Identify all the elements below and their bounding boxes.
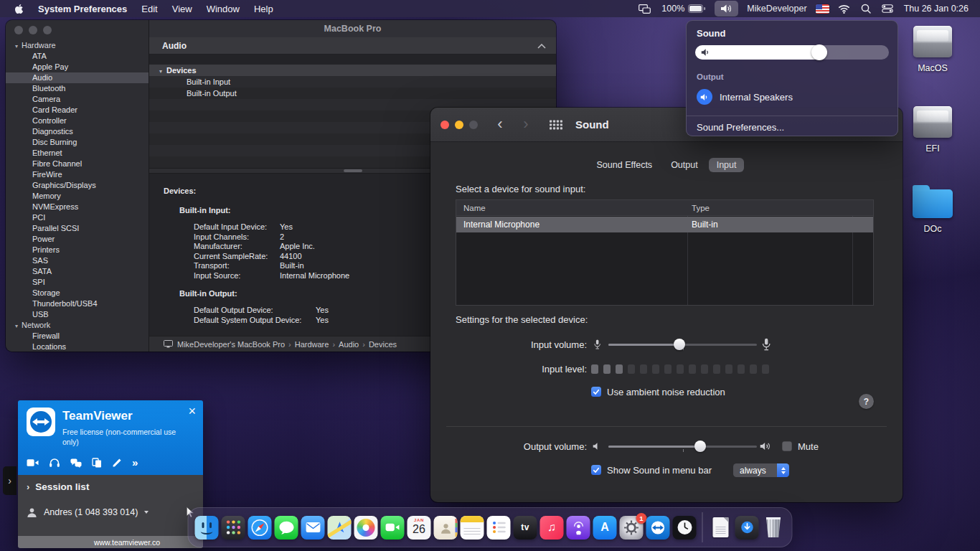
sidebar-item-sas[interactable]: SAS <box>6 255 149 266</box>
show-all-grid-icon[interactable] <box>550 120 562 130</box>
close-button[interactable] <box>440 121 449 129</box>
sidebar-item-bluetooth[interactable]: Bluetooth <box>6 83 149 94</box>
device-row-built-in-output[interactable]: Built-in Output <box>149 88 556 99</box>
sidebar-item-usb[interactable]: USB <box>6 309 149 320</box>
sidebar-item-disc-burning[interactable]: Disc Burning <box>6 137 149 148</box>
sidebar-item-camera[interactable]: Camera <box>6 94 149 105</box>
dock-icon-facetime[interactable] <box>381 516 405 540</box>
sidebar-item-fibre-channel[interactable]: Fibre Channel <box>6 159 149 169</box>
screen-mirroring-icon[interactable] <box>636 1 653 17</box>
desktop-icon-doc[interactable]: DOc <box>909 184 956 234</box>
spotlight-icon[interactable] <box>859 1 873 17</box>
wifi-icon[interactable] <box>836 1 852 17</box>
breadcrumb-item[interactable]: Hardware <box>295 340 339 349</box>
forward-button[interactable]: › <box>517 114 535 136</box>
collapse-chevron-icon[interactable] <box>537 44 546 49</box>
sidebar-item-firewall[interactable]: Firewall <box>6 331 149 342</box>
sidebar-item-thunderbolt-usb4[interactable]: Thunderbolt/USB4 <box>6 298 149 309</box>
dock-icon-finder[interactable] <box>195 516 219 540</box>
tab-input[interactable]: Input <box>709 158 745 172</box>
close-button[interactable] <box>14 26 23 34</box>
user-menu[interactable]: MikeDeveloper <box>745 1 809 17</box>
popover-volume-slider[interactable] <box>695 45 889 60</box>
sidebar-item-pci[interactable]: PCI <box>6 212 149 223</box>
menu-edit[interactable]: Edit <box>134 0 164 17</box>
minimize-button[interactable] <box>455 121 463 129</box>
dock-icon-contacts[interactable] <box>434 516 458 540</box>
more-tools-icon[interactable]: » <box>132 458 138 468</box>
dock-icon-app-store[interactable]: A <box>593 516 617 540</box>
menu-window[interactable]: Window <box>199 0 247 17</box>
dock-icon-messages[interactable] <box>275 516 298 540</box>
sidebar-item-memory[interactable]: Memory <box>6 191 149 202</box>
slider-knob[interactable] <box>694 441 706 452</box>
back-button[interactable]: ‹ <box>491 114 509 136</box>
slider-knob[interactable] <box>674 339 685 350</box>
output-volume-slider[interactable] <box>608 441 757 452</box>
close-icon[interactable]: × <box>188 405 196 418</box>
volume-knob[interactable] <box>811 44 827 60</box>
dock-icon-mail[interactable] <box>301 516 325 540</box>
sidebar-item-parallel-scsi[interactable]: Parallel SCSI <box>6 223 149 234</box>
sidebar-item-spi[interactable]: SPI <box>6 277 149 288</box>
dock-icon-maps[interactable] <box>328 516 352 540</box>
dock-icon-music[interactable]: ♫ <box>540 516 564 540</box>
device-row-built-in-input[interactable]: Built-in Input <box>149 76 556 88</box>
sidebar-item-audio[interactable]: Audio <box>6 72 149 83</box>
dock-icon-tv[interactable]: tv <box>514 516 537 540</box>
menu-bar-clock[interactable]: Thu 26 Jan 0:26 <box>902 1 971 17</box>
sidebar-item-sata[interactable]: SATA <box>6 266 149 277</box>
dock-icon-safari[interactable] <box>248 516 272 540</box>
dock-icon-system-preferences[interactable]: 1 <box>620 516 644 540</box>
sound-menu-icon[interactable] <box>715 1 738 17</box>
sidebar-item-diagnostics[interactable]: Diagnostics <box>6 126 149 137</box>
ambient-noise-checkbox[interactable] <box>591 387 601 397</box>
sidebar-group-network[interactable]: ▾Network <box>6 320 149 331</box>
desktop-icon-macos[interactable]: MacOS <box>909 26 956 73</box>
dock-icon-podcasts[interactable] <box>567 516 590 540</box>
zoom-button[interactable] <box>469 121 478 129</box>
battery-status[interactable]: 100% <box>659 1 708 17</box>
dock-icon-reminders[interactable] <box>487 516 511 540</box>
clipboard-icon[interactable] <box>92 458 102 468</box>
sidebar-item-storage[interactable]: Storage <box>6 288 149 298</box>
annotation-pen-icon[interactable] <box>112 458 122 468</box>
devices-group-row[interactable]: ▾Devices <box>149 65 556 76</box>
sidebar-item-nvmexpress[interactable]: NVMExpress <box>6 202 149 212</box>
chat-icon[interactable] <box>70 458 82 468</box>
sidebar-item-graphics-displays[interactable]: Graphics/Displays <box>6 180 149 191</box>
sidebar-item-ethernet[interactable]: Ethernet <box>6 148 149 159</box>
dock-icon-notes[interactable] <box>461 516 484 540</box>
dock-icon-teamviewer[interactable] <box>646 516 670 540</box>
help-button[interactable]: ? <box>859 394 874 409</box>
sidebar-item-power[interactable]: Power <box>6 234 149 245</box>
session-user-row[interactable]: Andres (1 048 393 014) <box>27 507 194 518</box>
output-device-internal-speakers[interactable]: Internal Speakers <box>697 87 793 107</box>
sidebar-item-firewire[interactable]: FireWire <box>6 169 149 180</box>
input-volume-slider[interactable] <box>608 339 757 350</box>
sidebar-item-locations[interactable]: Locations <box>6 342 149 352</box>
desktop-icon-efi[interactable]: EFI <box>909 106 956 154</box>
teamviewer-collapse-tab[interactable]: › <box>3 466 17 495</box>
table-row-internal-microphone[interactable]: Internal Microphone Built-in <box>456 217 873 232</box>
sidebar-item-apple-pay[interactable]: Apple Pay <box>6 62 149 72</box>
column-name[interactable]: Name <box>463 200 486 216</box>
sidebar-item-controller[interactable]: Controller <box>6 116 149 126</box>
headset-icon[interactable] <box>49 458 60 468</box>
sidebar-item-ata[interactable]: ATA <box>6 51 149 62</box>
sysinfo-titlebar[interactable]: MacBook Pro <box>149 20 556 37</box>
breadcrumb-item[interactable]: Devices <box>369 340 397 349</box>
dock-icon-calendar[interactable]: JAN 26 <box>407 516 431 540</box>
dock-icon-trash[interactable] <box>762 516 786 540</box>
apple-menu[interactable] <box>7 0 31 17</box>
tab-output[interactable]: Output <box>663 158 706 172</box>
breadcrumb-item[interactable]: MikeDeveloper's MacBook Pro <box>177 340 295 349</box>
video-call-icon[interactable] <box>27 458 39 467</box>
mute-checkbox[interactable] <box>782 441 792 451</box>
show-sound-checkbox[interactable] <box>591 465 601 475</box>
menu-bar-frequency-dropdown[interactable]: always <box>733 463 789 477</box>
sidebar-group-hardware[interactable]: ▾Hardware <box>6 40 149 51</box>
sound-preferences-link[interactable]: Sound Preferences... <box>697 122 784 133</box>
keyboard-input-us-flag-icon[interactable] <box>816 4 829 14</box>
disclosure-chevron-icon[interactable]: › <box>27 481 29 492</box>
